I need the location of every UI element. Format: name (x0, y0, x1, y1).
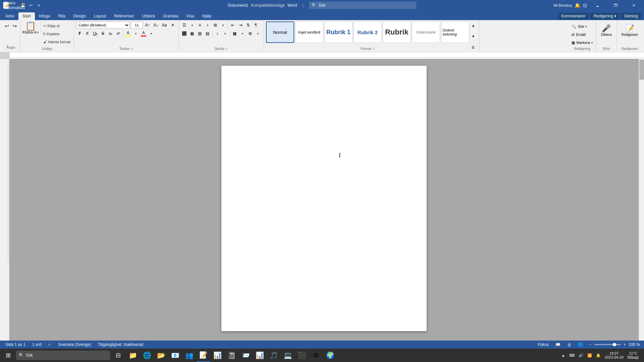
undo-button[interactable]: ↩ (3, 22, 10, 29)
document-page[interactable] (221, 66, 427, 331)
accessibility-status[interactable]: Tillgänglighet: Inaktiverad (96, 342, 145, 347)
increase-indent-button[interactable]: ⇥ (237, 21, 244, 29)
tab-redigering[interactable]: Redigering ▾ (590, 13, 620, 19)
tab-utskick[interactable]: Utskick (138, 12, 159, 20)
tab-visa[interactable]: Visa (182, 12, 198, 20)
text-highlight-button[interactable]: A (124, 30, 132, 37)
spell-check-icon[interactable]: ✓ (47, 342, 53, 347)
title-search-bar[interactable]: 🔍 Sök (309, 2, 416, 9)
document-area[interactable] (9, 59, 639, 342)
taskbar-onenote[interactable]: 📓 (225, 349, 238, 362)
taskbar-excel[interactable]: 📊 (211, 349, 224, 362)
font-expand[interactable]: ↗ (131, 48, 133, 51)
save-button[interactable]: 💾 (19, 2, 26, 9)
highlight-dropdown[interactable]: ▾ (132, 30, 140, 37)
align-center-button[interactable]: ▦ (189, 30, 196, 37)
copy-button[interactable]: ⎘ Kopiera (42, 30, 72, 38)
borders-dropdown[interactable]: ▾ (254, 30, 262, 37)
tab-arkiv[interactable]: Arkiv (1, 12, 18, 20)
taskbar-search[interactable]: 🔍 Sök (16, 351, 110, 360)
taskbar-mail[interactable]: 📧 (168, 349, 182, 362)
maximize-button[interactable]: 🗖 (608, 0, 623, 11)
print-layout-button[interactable]: 🖨 (565, 342, 573, 347)
font-family-select[interactable]: Calibri (Brödtext) (76, 21, 130, 29)
minimize-button[interactable]: 🗕 (590, 0, 605, 11)
taskbar-word[interactable]: 📝 (197, 349, 210, 362)
scrollbar-thumb[interactable] (639, 60, 644, 80)
zoom-in-button[interactable]: + (622, 342, 627, 347)
align-left-button[interactable]: ⬛ (181, 30, 188, 37)
notifications-icon[interactable]: 🔔 (595, 353, 602, 358)
styles-expand[interactable]: ↗ (372, 48, 375, 51)
tab-rita[interactable]: Rita (54, 12, 69, 20)
vertical-scrollbar[interactable] (639, 59, 644, 342)
ruler-corner[interactable] (0, 52, 9, 59)
weather-widget[interactable]: 11°C Blåsigt (626, 351, 640, 360)
search-button[interactable]: 🔍 Sök ▾ (570, 23, 588, 30)
numbering-button[interactable]: ≡ (196, 21, 204, 29)
style-normal[interactable]: Normal (266, 21, 294, 43)
subscript-button[interactable]: x₂ (107, 30, 114, 37)
strikethrough-button[interactable]: S (99, 30, 107, 37)
bullets-dropdown[interactable]: ▾ (189, 21, 196, 29)
font-increase-button[interactable]: A↑ (144, 21, 151, 29)
multilevel-dropdown[interactable]: ▾ (219, 21, 227, 29)
numbering-dropdown[interactable]: ▾ (204, 21, 211, 29)
taskbar-settings[interactable]: ⚙ (309, 349, 323, 362)
zoom-out-button[interactable]: − (588, 342, 593, 347)
select-dropdown[interactable]: ▾ (591, 41, 593, 44)
font-decrease-button[interactable]: A↓ (152, 21, 160, 29)
cut-button[interactable]: ✂ Klipp ut (42, 22, 72, 29)
tab-design[interactable]: Design (69, 12, 90, 20)
sort-button[interactable]: ⇅ (245, 21, 252, 29)
dropdown-quick-button[interactable]: ▼ (36, 2, 42, 9)
taskbar-edge[interactable]: 🌐 (140, 349, 154, 362)
shading-button[interactable]: ▩ (231, 30, 238, 37)
ribbon-display-icon[interactable]: ⊡ (583, 3, 587, 8)
clear-format-button[interactable]: ✕ (169, 21, 176, 29)
font-size-input[interactable] (131, 21, 143, 29)
styles-scroll-up[interactable]: ▲ (471, 22, 476, 29)
font-color-dropdown[interactable]: ▾ (148, 30, 155, 37)
bullets-button[interactable]: ☰ (181, 21, 188, 29)
start-button[interactable]: ⊞ (1, 349, 15, 362)
justify-button[interactable]: ▤ (204, 30, 211, 37)
focus-button[interactable]: Fokus (536, 342, 551, 347)
web-layout-button[interactable]: 🌐 (576, 342, 585, 347)
word-count[interactable]: 1 ord (31, 342, 43, 347)
tab-start[interactable]: Start (18, 12, 35, 20)
zoom-slider[interactable] (594, 344, 621, 345)
decrease-indent-button[interactable]: ⇤ (229, 21, 236, 29)
superscript-button[interactable]: x² (115, 30, 122, 37)
tab-infoga[interactable]: Infoga (35, 12, 54, 20)
font-color-button[interactable]: A (140, 30, 147, 37)
style-underrubrik[interactable]: Underrubrik (412, 21, 440, 43)
user-avatar[interactable]: Mi Brindesj (554, 3, 572, 7)
undo-quick-button[interactable]: ↩ (28, 2, 34, 9)
language-indicator[interactable]: Svenska (Sverige) (57, 342, 92, 347)
format-painter-button[interactable]: 🖌 Hämta format (42, 38, 72, 46)
taskbar-teams[interactable]: 👥 (182, 349, 196, 362)
change-case-button[interactable]: Aa (161, 21, 168, 29)
italic-button[interactable]: K (84, 30, 91, 37)
style-rubrik2[interactable]: Rubrik 2 (354, 21, 382, 43)
taskbar-explorer[interactable]: 📁 (126, 349, 140, 362)
taskbar-explorer2[interactable]: 💻 (281, 349, 294, 362)
multilevel-button[interactable]: ⊞ (212, 21, 219, 29)
style-inget-avstand[interactable]: Inget avstånd (295, 21, 323, 43)
select-button[interactable]: ▦ Markera ▾ (570, 39, 594, 46)
volume-icon[interactable]: 🔊 (577, 353, 585, 358)
keyboard-icon[interactable]: ⌨ (568, 353, 576, 358)
tab-layout[interactable]: Layout (90, 12, 110, 20)
tab-hjalp[interactable]: Hjälp (198, 12, 215, 20)
task-view-button[interactable]: ⊟ (111, 349, 125, 362)
tab-granska[interactable]: Granska (159, 12, 182, 20)
style-rubrik[interactable]: Rubrik (383, 21, 411, 43)
taskbar-vscode[interactable]: ⬛ (295, 349, 309, 362)
network-icon[interactable]: 📶 (586, 353, 593, 358)
borders-button[interactable]: ⊞ (247, 30, 254, 37)
underline-dropdown[interactable]: ▾ (96, 32, 97, 35)
style-rubrik1[interactable]: Rubrik 1 (324, 21, 353, 43)
redo-button[interactable]: ↪ (11, 22, 18, 29)
zoom-thumb[interactable] (613, 343, 616, 346)
